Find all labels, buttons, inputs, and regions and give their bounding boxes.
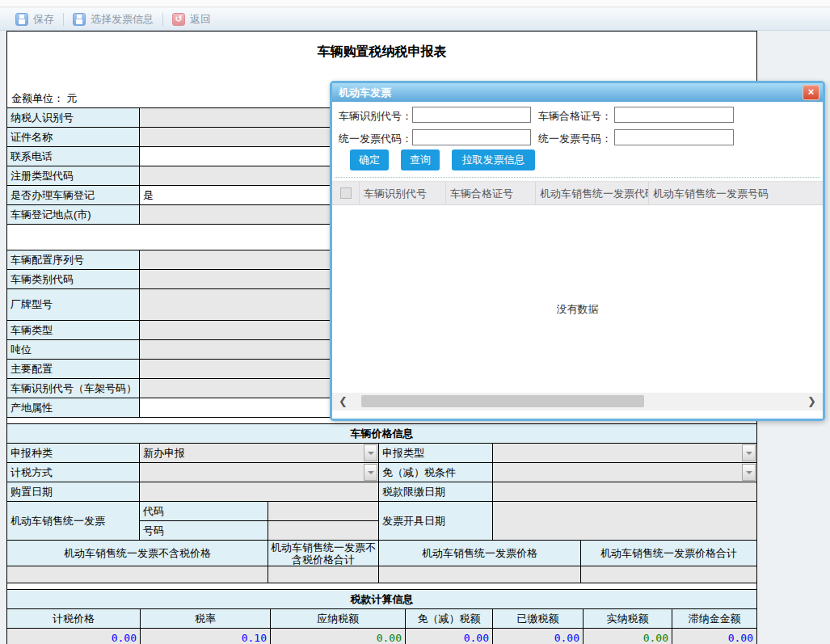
field-label: 主要配置: [7, 360, 140, 379]
horizontal-scrollbar[interactable]: ❮ ❯: [332, 393, 823, 410]
motor-vehicle-invoice-dialog: 机动车发票 × 车辆识别代号： 车辆合格证号： 统一发票代码： 统一发票号码： …: [330, 81, 825, 421]
field-label: 车辆识别代号（车架号码）: [7, 379, 140, 398]
field-label: 证件名称: [7, 128, 140, 147]
field-label: 申报类型: [379, 444, 493, 463]
tax-value: 0.00: [493, 629, 584, 644]
declare-kind-value: 新办申报: [143, 447, 185, 459]
save-button-label: 保存: [33, 12, 54, 27]
tax-value: 0.00: [406, 629, 493, 644]
dropdown-arrow-icon[interactable]: [742, 464, 756, 481]
tax-deadline-value: [493, 482, 757, 502]
field-label: 免（减）税条件: [379, 463, 493, 482]
price-value: [7, 566, 268, 583]
pull-invoice-button[interactable]: 拉取发票信息: [452, 149, 535, 170]
tax-value: 0.00: [672, 629, 757, 644]
field-label: 车辆识别代号：: [339, 109, 412, 124]
field-label: 机动车销售统一发票: [7, 502, 140, 541]
grid-checkbox-cell: [332, 182, 359, 204]
tax-value: 0.00: [271, 629, 406, 644]
field-label: 计税方式: [7, 463, 140, 482]
scroll-right-icon[interactable]: ❯: [807, 393, 816, 410]
separator-line: [335, 177, 820, 178]
grid-column-header: 车辆合格证号: [445, 182, 535, 204]
price-value: [379, 566, 581, 583]
tax-column-header: 滞纳金金额: [672, 609, 757, 629]
tax-value: 0.00: [7, 629, 141, 644]
declare-type-select[interactable]: [493, 444, 757, 463]
field-label: 统一发票代码：: [339, 132, 412, 146]
tax-column-header: 已缴税额: [493, 609, 584, 629]
amount-unit-label: 金额单位： 元: [11, 91, 78, 106]
select-invoice-icon: [73, 13, 86, 26]
scrollbar-thumb[interactable]: [361, 395, 644, 407]
tax-value: 0.10: [141, 629, 271, 644]
field-label: 吨位: [7, 340, 140, 360]
toolbar: 保存 选择发票信息 ↺ 返回: [0, 8, 830, 31]
field-label: 联系电话: [7, 147, 140, 166]
field-label: 是否办理车辆登记: [7, 186, 140, 205]
exempt-condition-select[interactable]: [493, 463, 757, 482]
tax-column-header: 应纳税额: [271, 609, 406, 629]
purchase-date-value: [140, 482, 379, 502]
price-value: [581, 566, 757, 583]
declare-kind-select[interactable]: 新办申报: [140, 444, 379, 463]
select-all-checkbox[interactable]: [340, 187, 352, 199]
back-icon: ↺: [172, 13, 185, 26]
modal-titlebar[interactable]: 机动车发票 ×: [332, 83, 823, 102]
field-label: 发票开具日期: [379, 502, 493, 541]
invoice-no-input[interactable]: [614, 129, 734, 145]
grid-column-header: 车辆识别代号: [359, 182, 445, 204]
field-label: 购置日期: [7, 482, 140, 502]
modal-title: 机动车发票: [339, 86, 391, 99]
field-label: 车辆登记地点(市): [7, 205, 140, 225]
back-button-label: 返回: [190, 12, 211, 27]
tax-column-header: 计税价格: [7, 609, 141, 629]
price-value: [268, 566, 379, 583]
price-header: 机动车销售统一发票价格: [379, 541, 581, 566]
invoice-date-value: [493, 502, 757, 541]
close-icon: ×: [808, 86, 815, 98]
select-invoice-button[interactable]: 选择发票信息: [64, 8, 162, 30]
tax-column-header: 税率: [141, 609, 271, 629]
tax-method-select[interactable]: [140, 463, 379, 482]
tax-calc-table: 税款计算信息 计税价格 税率 应纳税额 免（减）税额 已缴税额 实纳税额 滞纳金…: [6, 589, 757, 644]
select-invoice-button-label: 选择发票信息: [91, 12, 154, 27]
grid-header-row: 车辆识别代号 车辆合格证号 机动车销售统一发票代码 机动车销售统一发票号码: [332, 181, 823, 205]
dropdown-arrow-icon[interactable]: [364, 464, 377, 481]
invoice-code-input[interactable]: [412, 129, 531, 145]
field-label: 车辆类型: [7, 321, 140, 340]
query-button[interactable]: 查询: [401, 149, 440, 170]
tax-section-title: 税款计算信息: [7, 590, 757, 609]
field-label: 车辆配置序列号: [7, 250, 140, 270]
grid-column-header: 机动车销售统一发票代码: [535, 182, 648, 204]
dropdown-arrow-icon[interactable]: [742, 444, 756, 461]
field-label: 申报种类: [7, 444, 140, 463]
grid-column-header: 机动车销售统一发票号码: [648, 182, 823, 204]
field-label: 车辆类别代码: [7, 270, 140, 289]
field-label: 产地属性: [7, 398, 140, 418]
field-label: 注册类型代码: [7, 166, 140, 186]
field-label: 车辆合格证号：: [538, 109, 612, 124]
tax-value: 0.00: [584, 629, 672, 644]
save-button[interactable]: 保存: [6, 8, 63, 30]
empty-data-text: 没有数据: [332, 302, 823, 317]
price-header: 机动车销售统一发票价格合计: [581, 541, 757, 566]
vehicle-price-table: 车辆价格信息 申报种类 新办申报 申报类型 计税方式 免（减）税条件 购置日期 …: [6, 423, 757, 583]
field-label: 纳税人识别号: [7, 108, 140, 128]
vehicle-vin-input[interactable]: [412, 107, 531, 123]
modal-body: 车辆识别代号： 车辆合格证号： 统一发票代码： 统一发票号码： 确定 查询 拉取…: [332, 102, 823, 419]
page-title: 车辆购置税纳税申报表: [7, 44, 756, 61]
close-button[interactable]: ×: [803, 85, 819, 100]
field-label: 税款限缴日期: [379, 482, 493, 502]
tax-column-header: 实纳税额: [584, 609, 672, 629]
dropdown-arrow-icon[interactable]: [364, 444, 377, 461]
invoice-code-value: [268, 502, 379, 521]
price-header: 机动车销售统一发票不含税价格: [7, 541, 268, 566]
back-button[interactable]: ↺ 返回: [163, 8, 220, 30]
invoice-number-value: [268, 521, 379, 541]
scroll-left-icon[interactable]: ❮: [339, 393, 348, 410]
field-label: 号码: [140, 521, 268, 541]
confirm-button[interactable]: 确定: [350, 149, 389, 170]
certificate-no-input[interactable]: [614, 107, 734, 123]
price-header: 机动车销售统一发票不含税价格合计: [268, 541, 379, 566]
